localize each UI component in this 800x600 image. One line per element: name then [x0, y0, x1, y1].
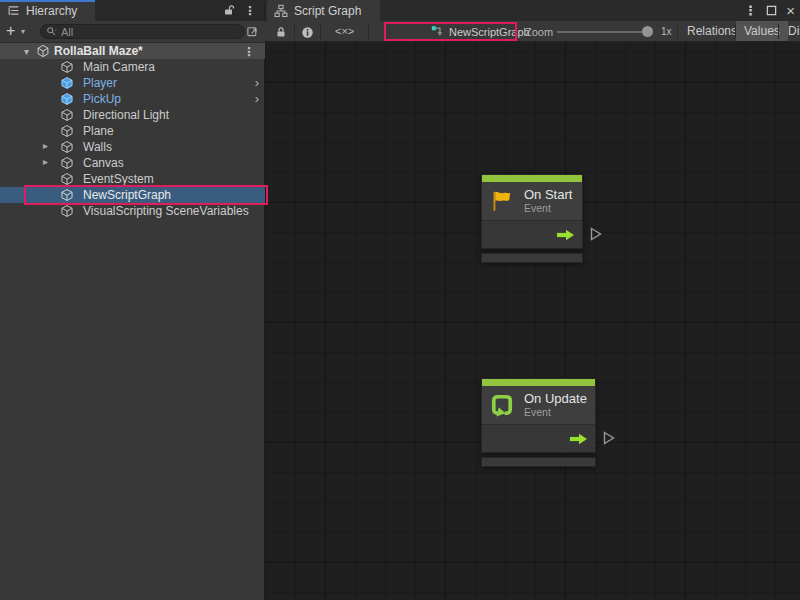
hierarchy-panel: Hierarchy ⋮ + ▾: [0, 0, 265, 600]
dim-button[interactable]: Dim: [780, 21, 800, 41]
gameobject-cube-icon: [60, 204, 74, 218]
script-graph-panel: Script Graph ⋮ ×: [265, 0, 800, 600]
lock-icon[interactable]: [274, 25, 288, 39]
unity-editor: Hierarchy ⋮ + ▾: [0, 0, 800, 600]
add-gameobject-button[interactable]: +: [6, 21, 15, 41]
unity-logo-icon: [36, 44, 50, 58]
gameobject-cube-icon: [60, 108, 74, 122]
gameobject-cube-icon: [60, 124, 74, 138]
node-footer: [481, 457, 596, 467]
scene-name: RollaBall Maze*: [54, 44, 143, 58]
hierarchy-tabbar: Hierarchy ⋮: [0, 0, 264, 21]
expand-icon[interactable]: ▸: [43, 140, 48, 151]
picker-icon[interactable]: [245, 24, 260, 39]
zoom-slider-track[interactable]: [557, 31, 652, 33]
scene-menu-icon[interactable]: ⋮: [243, 45, 255, 59]
close-icon[interactable]: ×: [786, 2, 795, 19]
gameobject-cube-icon: [60, 140, 74, 154]
hierarchy-item-directional-light[interactable]: Directional Light: [0, 107, 265, 123]
zoom-label: Zoom: [525, 26, 553, 38]
unlock-icon[interactable]: [222, 3, 236, 17]
tab-hierarchy[interactable]: Hierarchy: [0, 0, 95, 21]
hierarchy-tree: ▾ RollaBall Maze* ⋮ Main Camera Player ›: [0, 43, 265, 600]
script-graph-icon: [274, 4, 288, 18]
node-subtitle: Event: [524, 202, 572, 215]
graph-name-label: NewScriptGraph: [449, 26, 530, 38]
prefab-expand-icon[interactable]: ›: [255, 75, 259, 91]
gameobject-cube-icon: [60, 172, 74, 186]
hierarchy-item-plane[interactable]: Plane: [0, 123, 265, 139]
node-color-bar: [482, 379, 595, 386]
tab-script-graph-label: Script Graph: [294, 4, 361, 18]
graph-canvas[interactable]: On Start Event: [265, 42, 800, 600]
prefab-cube-icon: [60, 76, 74, 90]
flag-icon: [489, 188, 515, 214]
output-port-triangle[interactable]: [602, 430, 616, 446]
prefab-expand-icon[interactable]: ›: [255, 91, 259, 107]
graph-asset-icon: [431, 25, 444, 38]
node-title: On Start: [524, 187, 572, 202]
info-icon[interactable]: [300, 25, 314, 39]
scene-row[interactable]: ▾ RollaBall Maze* ⋮: [0, 43, 265, 59]
hierarchy-item-eventsystem[interactable]: EventSystem: [0, 171, 265, 187]
node-subtitle: Event: [524, 406, 587, 419]
output-port-triangle[interactable]: [589, 226, 603, 242]
graph-name-button[interactable]: NewScriptGraph: [425, 22, 536, 41]
variables-button[interactable]: <×>: [335, 25, 354, 37]
scene-foldout-icon[interactable]: ▾: [24, 46, 29, 57]
node-title: On Update: [524, 391, 587, 406]
gameobject-cube-icon: [60, 188, 74, 202]
hierarchy-item-canvas[interactable]: ▸ Canvas: [0, 155, 265, 171]
zoom-slider-handle[interactable]: [642, 26, 653, 37]
search-input[interactable]: [61, 26, 221, 38]
hierarchy-item-walls[interactable]: ▸ Walls: [0, 139, 265, 155]
node-color-bar: [482, 175, 582, 182]
prefab-cube-icon: [60, 92, 74, 106]
expand-icon[interactable]: ▸: [43, 156, 48, 167]
hierarchy-search[interactable]: [40, 24, 245, 39]
graph-toolbar: <×> NewScriptGraph Zoom 1x Relations Val…: [265, 21, 800, 42]
hierarchy-item-player[interactable]: Player ›: [0, 75, 265, 91]
gameobject-cube-icon: [60, 60, 74, 74]
hierarchy-menu-icon[interactable]: ⋮: [244, 4, 256, 18]
window-menu-icon[interactable]: ⋮: [744, 3, 757, 18]
hierarchy-item-main-camera[interactable]: Main Camera: [0, 59, 265, 75]
hierarchy-item-newscriptgraph[interactable]: NewScriptGraph: [0, 187, 265, 203]
tab-hierarchy-label: Hierarchy: [26, 4, 77, 18]
node-footer: [481, 253, 583, 263]
maximize-icon[interactable]: [766, 5, 777, 16]
zoom-value: 1x: [661, 26, 672, 37]
tab-script-graph[interactable]: Script Graph: [267, 0, 380, 21]
add-dropdown-caret[interactable]: ▾: [21, 27, 25, 36]
hierarchy-icon: [7, 4, 20, 17]
node-on-start[interactable]: On Start Event: [481, 174, 583, 263]
loop-icon: [489, 392, 515, 418]
focus-indicator: [0, 0, 95, 2]
control-output-arrow-icon[interactable]: [569, 433, 588, 445]
control-output-arrow-icon[interactable]: [556, 229, 575, 241]
node-on-update[interactable]: On Update Event: [481, 378, 596, 467]
graph-tabbar: Script Graph ⋮ ×: [265, 0, 800, 21]
gameobject-cube-icon: [60, 156, 74, 170]
hierarchy-item-pickup[interactable]: PickUp ›: [0, 91, 265, 107]
hierarchy-item-scenevariables[interactable]: VisualScripting SceneVariables: [0, 203, 265, 219]
search-icon: [46, 26, 57, 37]
hierarchy-toolbar: + ▾: [0, 21, 265, 43]
